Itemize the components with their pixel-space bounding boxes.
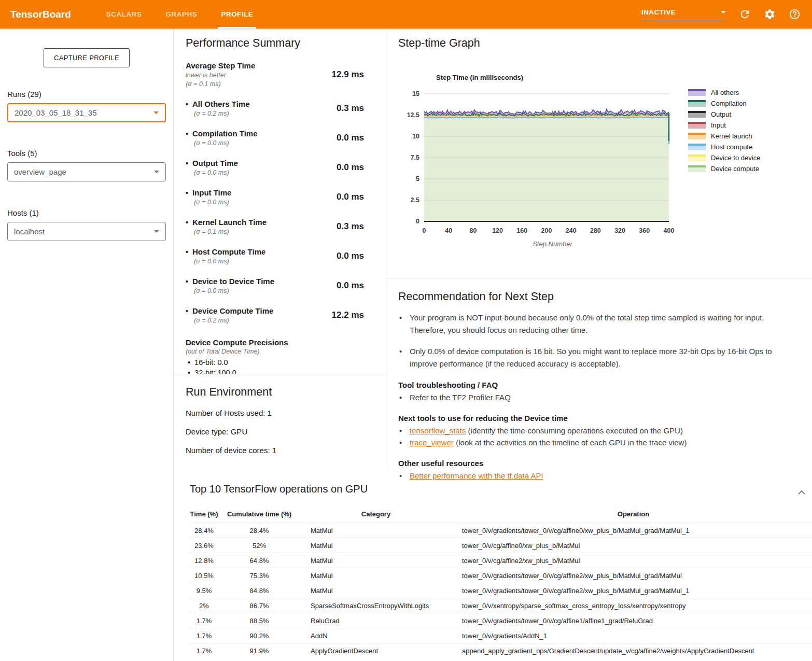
tab-graphs[interactable]: GRAPHS (166, 0, 198, 29)
metric-sigma: (σ = 0.0 ms) (194, 199, 231, 206)
svg-text:80: 80 (469, 227, 477, 234)
recommendation-title: Recommendation for Next Step (398, 290, 802, 303)
legend-swatch-icon (688, 100, 706, 107)
category-cell: ApplyGradientDescent (300, 643, 452, 658)
header-actions: INACTIVE (641, 8, 801, 20)
bullet-icon: • (186, 189, 188, 197)
capture-profile-button[interactable]: CAPTURE PROFILE (44, 48, 130, 67)
time-cell: 10.5% (190, 568, 218, 583)
precisions-title: Device Compute Precisions (186, 338, 364, 347)
legend-item: Device to device (688, 152, 760, 163)
cumulative-cell: 28.4% (218, 523, 300, 538)
run-environment-panel: Run Environment Number of Hosts used: 1D… (174, 374, 386, 455)
chart-title: Step Time (in milliseconds) (436, 74, 681, 81)
legend-item: Compilation (688, 98, 760, 109)
metric-row: •Kernel Launch Time(σ = 0.1 ms)0.3 ms (186, 218, 364, 235)
category-cell: MatMul (300, 583, 452, 598)
recommendation-item: Refer to the TF2 Profiler FAQ (398, 391, 802, 403)
table-row[interactable]: 1.7%88.5%ReluGradtower_0/v/gradients/tow… (190, 613, 812, 628)
gear-icon[interactable] (764, 8, 776, 20)
svg-text:240: 240 (566, 227, 577, 234)
legend-item: All others (688, 87, 760, 98)
top-ops-table: Time (%)Cumulative time (%)CategoryOpera… (190, 507, 812, 658)
metric-row: •Input Time(σ = 0.0 ms)0.0 ms (186, 188, 364, 206)
chevron-down-icon (721, 11, 726, 13)
table-row[interactable]: 28.4%28.4%MatMultower_0/v/gradients/towe… (190, 523, 812, 538)
svg-text:10: 10 (412, 133, 419, 140)
cumulative-cell: 91.9% (218, 643, 300, 658)
svg-text:5: 5 (416, 175, 419, 182)
metric-value: 0.0 ms (337, 192, 364, 202)
tab-profile[interactable]: PROFILE (221, 0, 253, 29)
recommendation-subheading: Tool troubleshooting / FAQ (398, 381, 802, 389)
legend-label: Kernel launch (711, 132, 752, 140)
metric-label: •Compilation Time (186, 129, 257, 138)
table-row[interactable]: 1.7%90.2%AddNtower_0/v/gradients/AddN_1 (190, 628, 812, 643)
chart-x-axis-label: Step Number (398, 240, 681, 248)
cumulative-cell: 90.2% (218, 628, 300, 643)
chevron-down-icon (154, 230, 159, 233)
hosts-select[interactable]: localhost (7, 222, 166, 241)
tab-scalars[interactable]: SCALARS (106, 0, 142, 29)
link-trace-viewer[interactable]: trace_viewer (410, 438, 454, 447)
step-time-chart[interactable]: 02.557.51012.515040801201602002402803203… (398, 87, 681, 237)
legend-item: Device compute (688, 163, 760, 174)
recommendation-item: tensorflow_stats (identify the time-cons… (398, 425, 802, 437)
recommendation-bullets: Your program is NOT input-bound because … (398, 312, 802, 370)
help-icon[interactable] (789, 8, 801, 20)
legend-swatch-icon (688, 154, 706, 161)
refresh-icon[interactable] (739, 8, 751, 20)
legend-item: Kernel launch (688, 131, 760, 142)
recommendation-panel: Recommendation for Next Step Your progra… (386, 278, 812, 482)
link-tensorflow-stats[interactable]: tensorflow_stats (410, 426, 466, 435)
chart-legend: All othersCompilationOutputInputKernel l… (688, 87, 760, 248)
table-row[interactable]: 1.7%91.9%ApplyGradientDescentappend_appl… (190, 643, 812, 658)
metric-row: •Device to Device Time(σ = 0.0 ms)0.0 ms (186, 277, 364, 294)
recommendation-bullet: Your program is NOT input-bound because … (398, 312, 797, 336)
metric-value: 0.0 ms (337, 280, 364, 291)
legend-swatch-icon (688, 144, 706, 150)
table-row[interactable]: 23.6%52%MatMultower_0/v/cg/affine0/xw_pl… (190, 538, 812, 553)
column-header: Time (%) (190, 507, 218, 523)
precisions-note: (out of Total Device Time) (186, 348, 364, 355)
table-row[interactable]: 12.8%64.8%MatMultower_0/v/cg/affine2/xw_… (190, 553, 812, 568)
runs-select[interactable]: 2020_03_05_18_31_35 (7, 103, 166, 122)
column-header: Category (300, 507, 452, 523)
legend-label: All others (711, 89, 739, 96)
performance-summary-panel: Performance Summary Average Step Time lo… (174, 29, 386, 374)
chevron-down-icon (154, 171, 159, 173)
table-row[interactable]: 2%86.7%SparseSoftmaxCrossEntropyWithLogi… (190, 598, 812, 613)
legend-label: Output (711, 110, 731, 118)
svg-text:360: 360 (639, 227, 650, 234)
legend-swatch-icon (688, 133, 706, 139)
svg-text:120: 120 (492, 227, 503, 234)
legend-item: Output (688, 109, 760, 120)
hosts-select-value: localhost (14, 227, 45, 236)
metric-value: 12.9 ms (332, 69, 364, 80)
table-row[interactable]: 10.5%75.3%MatMultower_0/v/gradients/towe… (190, 568, 812, 583)
precision-item: 16-bit: 0.0 (186, 357, 364, 368)
tools-label: Tools (5) (7, 149, 166, 158)
column-header: Cumulative time (%) (218, 507, 300, 523)
category-cell: ReluGrad (300, 613, 452, 628)
main-content: Performance Summary Average Step Time lo… (174, 29, 812, 661)
operation-cell: tower_0/v/gradients/tower_0/v/cg/affine0… (452, 523, 812, 538)
bullet-icon: • (186, 248, 188, 256)
operation-cell: tower_0/v/gradients/AddN_1 (452, 628, 812, 643)
svg-text:200: 200 (541, 227, 552, 234)
top-ops-title: Top 10 TensorFlow operations on GPU (190, 483, 812, 495)
metric-sigma: (σ = 0.2 ms) (194, 110, 250, 117)
metric-sigma: (σ = 0.0 ms) (194, 139, 257, 147)
category-cell: MatMul (300, 523, 452, 538)
legend-label: Input (711, 121, 726, 129)
metric-label: •Output Time (186, 159, 238, 167)
recommendation-list: Refer to the TF2 Profiler FAQ (398, 391, 802, 403)
svg-text:12.5: 12.5 (407, 111, 419, 119)
status-dropdown[interactable]: INACTIVE (641, 8, 726, 20)
table-row[interactable]: 9.5%84.8%MatMultower_0/v/gradients/tower… (190, 583, 812, 598)
tools-select[interactable]: overview_page (7, 162, 166, 181)
sidebar: CAPTURE PROFILE Runs (29) 2020_03_05_18_… (0, 29, 174, 661)
run-env-line: Number of device cores: 1 (186, 446, 373, 455)
app-title: TensorBoard (10, 9, 71, 20)
collapse-chevron-up-icon[interactable] (797, 490, 806, 495)
